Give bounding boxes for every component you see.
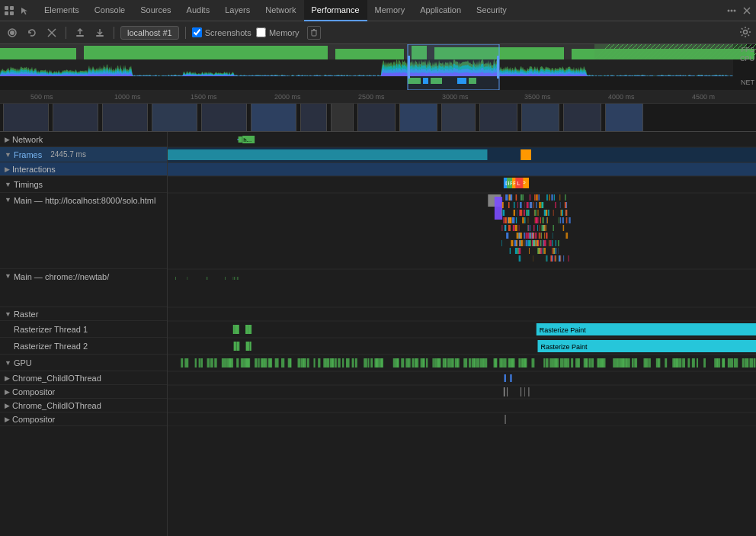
tab-audits[interactable]: Audits (179, 0, 218, 21)
url-badge: localhost #1 (120, 26, 179, 40)
screenshot-11[interactable] (479, 104, 517, 131)
gpu-label-text: GPU (14, 358, 32, 367)
screenshot-7[interactable] (331, 104, 354, 131)
record-button[interactable] (5, 25, 20, 40)
screenshot-14[interactable] (605, 104, 643, 131)
interactions-label[interactable]: ▶ Interactions (0, 162, 167, 176)
devtools-icon (3, 5, 15, 17)
clear-button[interactable] (44, 25, 59, 40)
compositor2-label-text: Compositor (12, 415, 55, 424)
screenshot-1[interactable] (53, 104, 98, 131)
screenshot-3[interactable] (152, 104, 197, 131)
raster-label-text: Raster (14, 310, 38, 319)
compositor2-label[interactable]: ▶ Compositor (0, 412, 167, 426)
screenshot-0[interactable] (3, 104, 49, 131)
tab-console[interactable]: Console (87, 0, 133, 21)
screenshot-6[interactable] (300, 104, 327, 131)
screenshots-checkbox[interactable] (192, 27, 202, 37)
screenshot-2[interactable] (102, 104, 148, 131)
memory-label: Memory (269, 28, 300, 37)
childio1-label[interactable]: ▶ Chrome_ChildIOThread (0, 371, 167, 385)
download-button[interactable] (92, 25, 107, 40)
gpu-label[interactable]: ▼ GPU (0, 355, 167, 371)
svg-point-4 (728, 9, 730, 11)
svg-rect-13 (76, 35, 84, 37)
cursor-icon[interactable] (18, 5, 30, 17)
main2-label[interactable]: ▼ Main — chrome://newtab/ (0, 269, 167, 307)
tab-memory[interactable]: Memory (367, 0, 413, 21)
childio2-label-text: Chrome_ChildIOThread (12, 401, 101, 410)
network-label[interactable]: ▶ Network (0, 132, 167, 147)
overview-canvas[interactable]: FPS CPU NET (0, 44, 756, 90)
tab-bar-left (3, 5, 30, 17)
tab-layers[interactable]: Layers (217, 0, 258, 21)
screenshots-checkbox-label[interactable]: Screenshots (192, 27, 251, 37)
tab-sources[interactable]: Sources (133, 0, 178, 21)
screenshot-5[interactable] (251, 104, 296, 131)
svg-rect-14 (96, 35, 104, 37)
memory-checkbox[interactable] (256, 27, 266, 37)
main-label[interactable]: ▼ Main — http://localhost:8000/solo.html (0, 193, 167, 269)
svg-rect-3 (10, 11, 14, 15)
rasterizer1-label-text: Rasterizer Thread 1 (14, 325, 88, 334)
childio2-chevron: ▶ (5, 402, 10, 409)
svg-point-10 (10, 30, 14, 35)
upload-button[interactable] (72, 25, 88, 40)
svg-rect-2 (5, 11, 8, 15)
devtools-window: Elements Console Sources Audits Layers N… (0, 0, 756, 536)
screenshots-ruler: 500 ms 1000 ms 1500 ms 2000 ms 2500 ms 3… (0, 90, 756, 104)
childio1-label-text: Chrome_ChildIOThread (12, 374, 101, 383)
interactions-chevron: ▶ (5, 165, 10, 173)
net-label: NET (741, 79, 754, 86)
screenshot-8[interactable] (357, 104, 396, 131)
screenshot-13[interactable] (563, 104, 601, 131)
svg-rect-0 (5, 6, 8, 10)
main2-label-text: Main — chrome://newtab/ (14, 272, 109, 281)
screenshot-12[interactable] (521, 104, 559, 131)
tab-performance[interactable]: Performance (304, 0, 367, 21)
more-tabs-icon[interactable] (726, 5, 738, 17)
compositor1-chevron: ▶ (5, 388, 10, 396)
raster-chevron: ▼ (5, 310, 11, 318)
raster-label[interactable]: ▼ Raster (0, 307, 167, 321)
close-icon[interactable] (741, 5, 753, 17)
svg-point-5 (731, 9, 733, 11)
childio1-chevron: ▶ (5, 374, 10, 382)
tab-more (726, 5, 753, 17)
screenshot-4[interactable] (201, 104, 247, 131)
tab-network[interactable]: Network (258, 0, 303, 21)
compositor1-label[interactable]: ▶ Compositor (0, 385, 167, 399)
screenshots-label: Screenshots (205, 28, 251, 37)
cpu-label: CPU (740, 55, 754, 63)
reload-record-button[interactable] (24, 25, 40, 40)
svg-point-18 (744, 30, 748, 34)
timings-label[interactable]: ▼ Timings (0, 176, 167, 193)
tab-bar: Elements Console Sources Audits Layers N… (0, 0, 756, 21)
right-tracks[interactable] (168, 132, 756, 426)
screenshot-9[interactable] (399, 104, 437, 131)
rasterizer1-label[interactable]: Rasterizer Thread 1 (0, 321, 167, 338)
tab-security[interactable]: Security (469, 0, 514, 21)
left-labels: ▶ Network ▼ Frames 2445.7 ms ▶ Interacti… (0, 132, 168, 536)
toolbar: localhost #1 Screenshots Memory (0, 21, 756, 44)
screenshot-10[interactable] (441, 104, 476, 131)
frames-label[interactable]: ▼ Frames 2445.7 ms (0, 147, 167, 162)
network-chevron: ▶ (5, 136, 10, 143)
rasterizer2-label[interactable]: Rasterizer Thread 2 (0, 338, 167, 355)
svg-rect-15 (312, 30, 316, 36)
tracks-canvas[interactable] (168, 132, 756, 426)
main-label-text: Main — http://localhost:8000/solo.html (14, 196, 155, 205)
tab-elements[interactable]: Elements (37, 0, 87, 21)
memory-checkbox-label[interactable]: Memory (256, 27, 300, 37)
tracks-container: ▶ Network ▼ Frames 2445.7 ms ▶ Interacti… (0, 132, 756, 536)
gpu-chevron: ▼ (5, 359, 11, 367)
screenshot-row (0, 104, 756, 131)
childio2-label[interactable]: ▶ Chrome_ChildIOThread (0, 399, 167, 412)
timings-chevron: ▼ (5, 181, 11, 188)
settings-button[interactable] (739, 26, 751, 40)
separator-1 (66, 27, 66, 39)
interactions-label-text: Interactions (12, 165, 56, 174)
trash-button[interactable] (307, 26, 321, 40)
tab-application[interactable]: Application (412, 0, 469, 21)
screenshots-strip: 500 ms 1000 ms 1500 ms 2000 ms 2500 ms 3… (0, 90, 756, 132)
